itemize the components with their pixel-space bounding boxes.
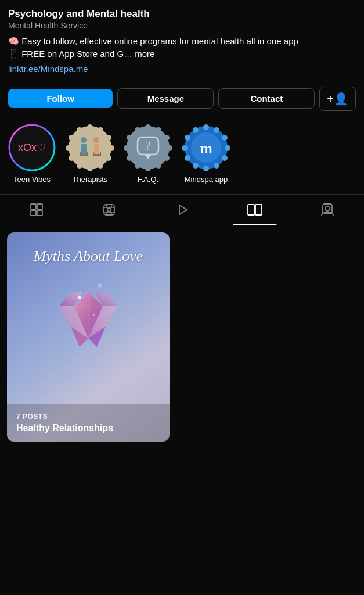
svg-point-3	[98, 127, 103, 133]
message-button[interactable]: Message	[117, 88, 214, 109]
post-subtitle: Healthy Relationships	[16, 423, 160, 433]
post-count: 7 POSTS	[16, 413, 160, 421]
svg-point-12	[69, 135, 74, 141]
bio-line1: 🧠 Easy to follow, effective online progr…	[8, 36, 298, 46]
grid-icon	[30, 203, 44, 217]
highlight-faq[interactable]: ? F.A.Q.	[124, 124, 172, 184]
svg-rect-18	[80, 154, 88, 156]
highlight-teen-vibes-label: Teen Vibes	[13, 175, 51, 184]
tagged-icon	[321, 203, 334, 217]
therapists-illustration-icon	[75, 133, 104, 162]
mindspa-scallop-icon: m	[182, 124, 230, 171]
svg-point-7	[98, 163, 103, 169]
svg-rect-60	[37, 204, 42, 209]
svg-point-34	[156, 163, 161, 169]
svg-point-39	[127, 135, 132, 141]
post-card-background: Myths About Love	[7, 232, 170, 442]
svg-point-29	[145, 124, 151, 130]
follow-button[interactable]: Follow	[8, 89, 113, 108]
highlight-mindspa[interactable]: m Mindspa app	[182, 124, 230, 184]
action-buttons-row: Follow Message Contact +👤	[0, 80, 364, 118]
post-card-myths-about-love[interactable]: Myths About Love	[7, 232, 170, 442]
svg-rect-25	[93, 154, 101, 156]
svg-rect-62	[37, 210, 42, 216]
svg-point-10	[69, 155, 74, 161]
svg-rect-59	[31, 204, 36, 209]
svg-point-35	[145, 166, 151, 171]
highlight-teen-vibes[interactable]: xOx♡ Teen Vibes	[8, 124, 56, 184]
svg-point-92	[99, 284, 101, 286]
svg-marker-71	[179, 205, 187, 214]
svg-rect-27	[100, 152, 101, 156]
svg-point-40	[135, 127, 140, 133]
svg-point-51	[203, 166, 209, 171]
highlight-therapists-label: Therapists	[73, 175, 108, 184]
svg-point-64	[107, 208, 111, 212]
profile-category: Mental Health Service	[8, 21, 356, 30]
svg-point-2	[87, 124, 93, 130]
svg-rect-73	[255, 205, 262, 215]
posts-section: Myths About Love	[0, 225, 364, 449]
tab-video[interactable]	[146, 195, 218, 225]
svg-rect-61	[31, 210, 36, 216]
profile-name: Psychology and Mental health	[8, 8, 356, 20]
profile-info-section: Psychology and Mental health Mental Heal…	[0, 0, 364, 80]
play-icon	[176, 203, 189, 216]
svg-point-31	[164, 135, 170, 141]
svg-point-6	[106, 155, 111, 161]
post-title: Myths About Love	[34, 246, 143, 266]
highlight-faq-label: F.A.Q.	[138, 175, 158, 184]
svg-point-55	[185, 135, 190, 141]
svg-point-53	[185, 155, 190, 161]
svg-point-14	[81, 137, 87, 143]
svg-rect-19	[80, 152, 81, 156]
svg-point-37	[127, 155, 132, 161]
tab-bar	[0, 194, 364, 225]
crystal-heart-icon	[51, 280, 126, 350]
profile-link[interactable]: linktr.ee/Mindspa.me	[8, 64, 356, 74]
teen-vibes-ring-icon	[8, 124, 56, 171]
svg-point-13	[77, 127, 82, 133]
faq-question-icon: ?	[136, 136, 160, 159]
svg-point-33	[164, 155, 170, 161]
profile-bio: 🧠 Easy to follow, effective online progr…	[8, 35, 356, 60]
svg-rect-20	[87, 152, 88, 156]
highlights-section: xOx♡ Teen Vibes	[0, 118, 364, 192]
tab-reels[interactable]	[73, 195, 145, 225]
highlight-therapists[interactable]: Therapists	[66, 124, 114, 184]
svg-rect-72	[248, 205, 254, 215]
svg-point-56	[193, 127, 199, 133]
add-person-icon: +👤	[327, 92, 348, 106]
svg-point-90	[93, 314, 95, 316]
svg-point-49	[222, 155, 228, 161]
contact-button[interactable]: Contact	[218, 88, 315, 109]
svg-rect-63	[104, 205, 114, 215]
highlight-mindspa-label: Mindspa app	[185, 175, 228, 184]
svg-point-76	[325, 206, 330, 211]
reels-icon	[102, 203, 116, 217]
svg-point-30	[156, 127, 161, 133]
add-person-button[interactable]: +👤	[319, 87, 356, 111]
svg-point-4	[106, 135, 111, 141]
tab-grid[interactable]	[0, 195, 73, 225]
svg-point-52	[193, 163, 199, 169]
svg-point-45	[203, 124, 209, 130]
svg-point-89	[78, 297, 79, 298]
guide-icon	[247, 203, 262, 216]
svg-point-36	[135, 163, 140, 169]
svg-rect-26	[93, 152, 94, 156]
tab-guide[interactable]	[218, 195, 291, 225]
svg-text:?: ?	[146, 139, 151, 152]
svg-point-9	[77, 163, 82, 169]
svg-point-46	[214, 127, 219, 133]
crystal-heart-illustration	[51, 277, 126, 353]
svg-point-0	[9, 125, 55, 170]
svg-point-8	[87, 166, 93, 171]
svg-point-50	[214, 163, 219, 169]
svg-marker-42	[145, 155, 152, 159]
tab-tagged[interactable]	[291, 195, 364, 225]
svg-point-47	[222, 135, 228, 141]
bio-line2: 📱 FREE on App Store and G… more	[8, 49, 154, 59]
post-footer: 7 POSTS Healthy Relationships	[7, 404, 170, 442]
svg-text:m: m	[200, 140, 212, 157]
